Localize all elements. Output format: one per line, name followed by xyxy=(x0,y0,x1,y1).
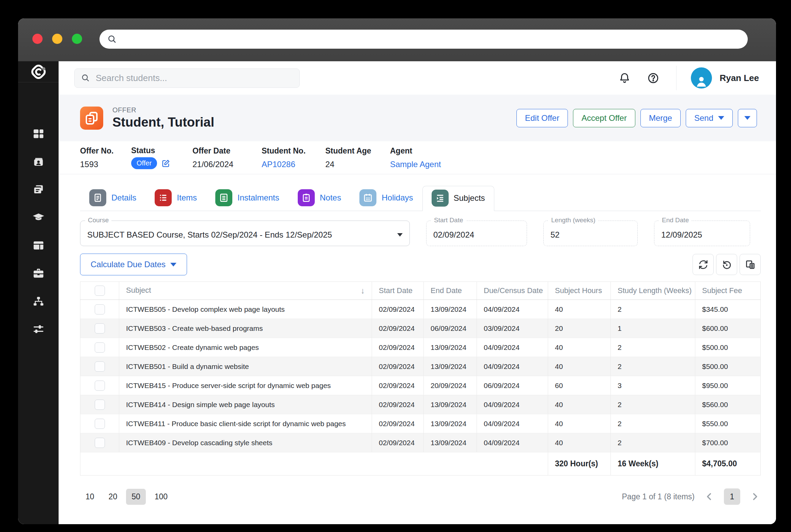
user-name[interactable]: Ryan Lee xyxy=(719,73,759,83)
row-checkbox[interactable] xyxy=(95,342,105,353)
cell-length: 2 xyxy=(611,433,695,452)
length-weeks-field: Length (weeks) 52 xyxy=(543,221,638,246)
cell-fee: $600.00 xyxy=(695,319,761,338)
table-totals-row: 320 Hour(s) 16 Week(s) $4,705.00 xyxy=(80,452,761,475)
tab-notes[interactable]: Notes xyxy=(289,186,351,211)
question-circle-icon xyxy=(647,72,660,84)
sidebar-item-courses[interactable] xyxy=(30,211,47,224)
details-document-icon xyxy=(89,189,106,206)
course-select[interactable]: Course SUBJECT BASED Course, Starts 02/S… xyxy=(80,221,410,246)
sidebar-item-templates[interactable] xyxy=(30,239,47,252)
browser-address-bar[interactable] xyxy=(99,30,748,49)
end-date-label: End Date xyxy=(659,216,692,224)
cell-subject: ICTWEB502 - Create dynamic web pages xyxy=(119,338,372,357)
previous-page-button[interactable] xyxy=(703,491,715,502)
cell-hours: 20 xyxy=(548,319,611,338)
row-checkbox[interactable] xyxy=(95,400,105,410)
sidebar-item-offers[interactable] xyxy=(30,183,47,196)
bell-icon xyxy=(618,72,631,84)
select-all-checkbox-cell[interactable] xyxy=(80,282,119,300)
cell-end-date: 13/09/2024 xyxy=(424,433,477,452)
sidebar-item-settings[interactable] xyxy=(30,323,47,336)
cell-start-date: 02/09/2024 xyxy=(372,357,424,376)
current-page-button[interactable]: 1 xyxy=(724,488,740,505)
agent-link[interactable]: Sample Agent xyxy=(390,160,441,169)
subjects-list-icon xyxy=(432,190,449,207)
refresh-grid-button[interactable] xyxy=(693,254,714,275)
column-header-end-date[interactable]: End Date xyxy=(424,282,477,300)
page-size-100[interactable]: 100 xyxy=(149,489,173,505)
sidebar-item-agents[interactable] xyxy=(30,295,47,308)
edit-status-button[interactable] xyxy=(161,159,171,168)
column-header-study-length[interactable]: Study Length (Weeks) xyxy=(611,282,695,300)
close-window-button[interactable] xyxy=(32,34,43,44)
column-header-subject[interactable]: Subject↓ xyxy=(119,282,372,300)
calculate-due-dates-button[interactable]: Calculate Due Dates xyxy=(80,254,187,275)
sidebar-item-contacts[interactable] xyxy=(30,155,47,168)
notifications-button[interactable] xyxy=(617,70,632,85)
row-checkbox[interactable] xyxy=(95,361,105,372)
row-checkbox[interactable] xyxy=(95,438,105,448)
student-no-link[interactable]: AP10286 xyxy=(262,160,325,169)
length-weeks-label: Length (weeks) xyxy=(548,216,598,224)
contact-card-icon xyxy=(32,155,45,168)
start-date-field: Start Date 02/09/2024 xyxy=(426,221,527,246)
row-checkbox[interactable] xyxy=(95,419,105,429)
cell-end-date: 13/09/2024 xyxy=(424,395,477,414)
page-size-20[interactable]: 20 xyxy=(103,489,123,505)
minimize-window-button[interactable] xyxy=(52,34,62,44)
sidebar-item-services[interactable] xyxy=(30,267,47,280)
next-page-button[interactable] xyxy=(749,491,761,502)
more-actions-button[interactable] xyxy=(738,109,757,127)
cell-start-date: 02/09/2024 xyxy=(372,338,424,357)
sidebar-item-dashboard[interactable] xyxy=(30,127,47,140)
row-checkbox[interactable] xyxy=(95,304,105,315)
tab-details[interactable]: Details xyxy=(80,186,145,211)
accept-offer-button[interactable]: Accept Offer xyxy=(573,109,635,127)
app-logo[interactable] xyxy=(18,61,59,82)
cell-fee: $500.00 xyxy=(695,338,761,357)
select-all-checkbox[interactable] xyxy=(95,286,105,296)
table-row: ICTWEB415 - Produce server-side script f… xyxy=(80,376,761,395)
send-button[interactable]: Send xyxy=(686,109,733,127)
merge-button[interactable]: Merge xyxy=(640,109,681,127)
tab-items[interactable]: Items xyxy=(145,186,206,211)
tab-instalments[interactable]: Instalments xyxy=(206,186,289,211)
pagination-bar: 10 20 50 100 Page 1 of 1 (8 items) 1 xyxy=(80,488,761,505)
user-avatar[interactable] xyxy=(691,67,712,88)
cell-end-date: 13/09/2024 xyxy=(424,414,477,433)
app-header: Ryan Lee xyxy=(59,61,776,95)
help-button[interactable] xyxy=(646,70,661,85)
cell-length: 2 xyxy=(611,357,695,376)
column-header-subject-fee[interactable]: Subject Fee xyxy=(695,282,761,300)
row-checkbox[interactable] xyxy=(95,381,105,391)
browser-window: Ryan Lee OFFER Student, Tutorial xyxy=(18,18,776,524)
zoom-window-button[interactable] xyxy=(72,34,82,44)
cell-hours: 40 xyxy=(548,300,611,319)
page-size-10[interactable]: 10 xyxy=(80,489,100,505)
layout-icon xyxy=(32,239,45,252)
edit-offer-button[interactable]: Edit Offer xyxy=(516,109,568,127)
row-checkbox[interactable] xyxy=(95,323,105,334)
page-size-50[interactable]: 50 xyxy=(126,489,146,505)
notes-clipboard-icon xyxy=(298,189,315,206)
column-header-due-census-date[interactable]: Due/Census Date xyxy=(477,282,548,300)
search-students-input[interactable] xyxy=(96,73,293,83)
tab-holidays[interactable]: Holidays xyxy=(350,186,422,211)
cell-subject: ICTWEB414 - Design simple web page layou… xyxy=(119,395,372,414)
student-search xyxy=(74,68,300,88)
cell-fee: $550.00 xyxy=(695,414,761,433)
refresh-icon xyxy=(698,259,709,270)
offer-kicker: OFFER xyxy=(112,106,214,114)
student-no-label: Student No. xyxy=(262,146,325,156)
cell-subject: ICTWEB411 - Produce basic client-side sc… xyxy=(119,414,372,433)
network-icon xyxy=(32,295,45,308)
tab-subjects[interactable]: Subjects xyxy=(422,186,494,211)
offer-actions: Edit Offer Accept Offer Merge Send xyxy=(516,109,757,127)
subjects-tab-content: Course SUBJECT BASED Course, Starts 02/S… xyxy=(59,211,776,475)
briefcase-icon xyxy=(32,267,45,280)
revert-changes-button[interactable] xyxy=(716,254,737,275)
column-header-start-date[interactable]: Start Date xyxy=(372,282,424,300)
column-chooser-button[interactable] xyxy=(740,254,761,275)
column-header-subject-hours[interactable]: Subject Hours xyxy=(548,282,611,300)
